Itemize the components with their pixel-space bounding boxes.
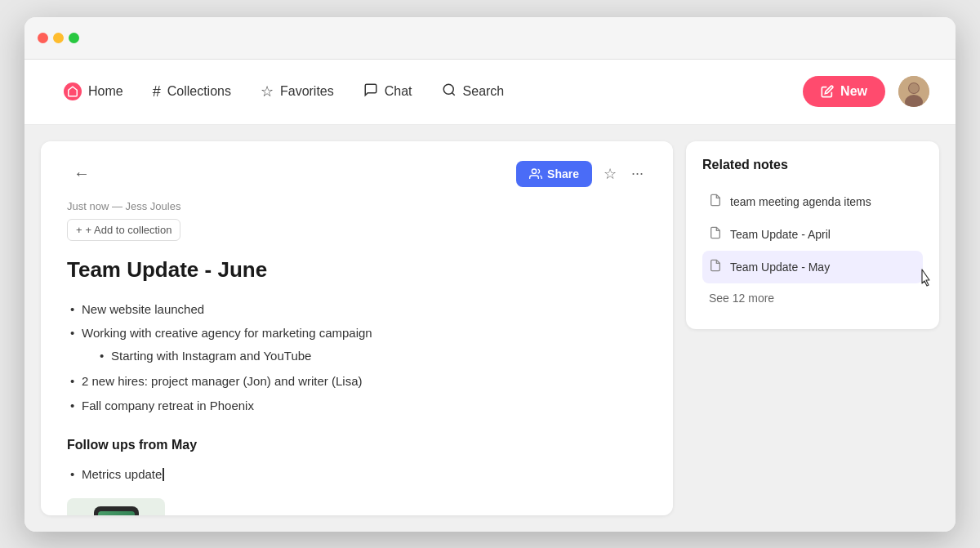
hash-icon: # <box>153 83 161 100</box>
followup-list: Metrics update <box>67 462 647 487</box>
document-icon <box>709 226 722 243</box>
share-label: Share <box>547 167 579 180</box>
note-editor: ← Share ☆ <box>41 141 673 515</box>
svg-point-5 <box>909 83 919 93</box>
note-meta: Just now — Jess Joules <box>67 200 647 212</box>
app-window: Home # Collections ☆ Favorites Chat <box>24 17 956 532</box>
note-toolbar: ← Share ☆ <box>67 161 647 187</box>
search-icon <box>442 82 457 101</box>
main-bullet-list: New website launched Working with creati… <box>67 297 647 418</box>
chat-label: Chat <box>385 84 412 99</box>
document-icon <box>709 194 722 210</box>
favorite-button[interactable]: ☆ <box>600 162 620 186</box>
more-options-button[interactable]: ··· <box>628 162 647 185</box>
home-label: Home <box>88 84 123 99</box>
nav-home[interactable]: Home <box>51 76 136 107</box>
note-title: Team Update - June <box>67 257 647 283</box>
svg-line-1 <box>452 92 454 95</box>
related-note-label: team meeting agenda items <box>730 195 871 208</box>
related-note-label: Team Update - April <box>730 228 831 241</box>
edit-icon <box>821 85 834 98</box>
favorite-icon: ☆ <box>604 166 617 182</box>
minimize-button[interactable] <box>53 33 64 43</box>
new-button[interactable]: New <box>803 76 885 107</box>
note-body: New website launched Working with creati… <box>67 297 647 515</box>
related-note-label: Team Update - May <box>730 261 830 274</box>
share-icon <box>529 167 542 180</box>
list-item: Metrics update <box>67 462 647 487</box>
nav-chat[interactable]: Chat <box>350 76 425 108</box>
back-button[interactable]: ← <box>67 161 96 186</box>
list-item: 2 new hires: project manager (Jon) and w… <box>67 369 647 394</box>
new-label: New <box>840 84 867 99</box>
nav-collections[interactable]: # Collections <box>140 77 244 107</box>
section-title: Follow ups from May <box>67 434 647 456</box>
add-collection-label: + Add to collection <box>86 224 172 236</box>
title-bar <box>24 17 956 60</box>
chat-icon <box>363 82 378 101</box>
phone-mockup <box>94 506 139 515</box>
traffic-lights <box>38 33 79 43</box>
main-content: ← Share ☆ <box>24 125 956 532</box>
sub-bullet-list: Starting with Instagram and YouTube <box>82 344 647 368</box>
search-label: Search <box>463 84 505 99</box>
add-to-collection-button[interactable]: + + Add to collection <box>67 219 180 241</box>
svg-point-6 <box>532 169 536 173</box>
list-item: New website launched <box>67 297 647 322</box>
nav-search[interactable]: Search <box>429 76 518 108</box>
list-item: Working with creative agency for marketi… <box>67 321 647 369</box>
list-item: Starting with Instagram and YouTube <box>82 344 647 368</box>
list-item: Fall company retreat in Phoenix <box>67 394 647 418</box>
phone-screen <box>98 511 135 515</box>
related-notes-title: Related notes <box>702 158 923 172</box>
close-button[interactable] <box>38 33 48 43</box>
see-more-link[interactable]: See 12 more <box>702 283 923 313</box>
image-preview <box>67 498 165 515</box>
related-note-item[interactable]: team meeting agenda items <box>702 185 923 218</box>
home-icon <box>64 82 82 100</box>
plus-icon: + <box>76 224 82 236</box>
maximize-button[interactable] <box>69 33 79 43</box>
related-note-item[interactable]: Team Update - April <box>702 218 923 251</box>
nav-favorites[interactable]: ☆ Favorites <box>247 76 347 107</box>
text-cursor <box>163 468 164 481</box>
related-note-item-active[interactable]: Team Update - May <box>702 251 923 283</box>
favorites-label: Favorites <box>280 84 334 99</box>
collections-label: Collections <box>167 84 231 99</box>
user-avatar[interactable] <box>898 76 929 107</box>
star-icon: ☆ <box>261 82 274 100</box>
share-button[interactable]: Share <box>516 161 592 187</box>
navigation: Home # Collections ☆ Favorites Chat <box>24 60 956 125</box>
svg-point-0 <box>443 84 453 94</box>
document-icon <box>709 259 722 275</box>
more-icon: ··· <box>631 165 644 181</box>
related-notes-panel: Related notes team meeting agenda items <box>686 141 939 329</box>
toolbar-right: Share ☆ ··· <box>516 161 647 187</box>
